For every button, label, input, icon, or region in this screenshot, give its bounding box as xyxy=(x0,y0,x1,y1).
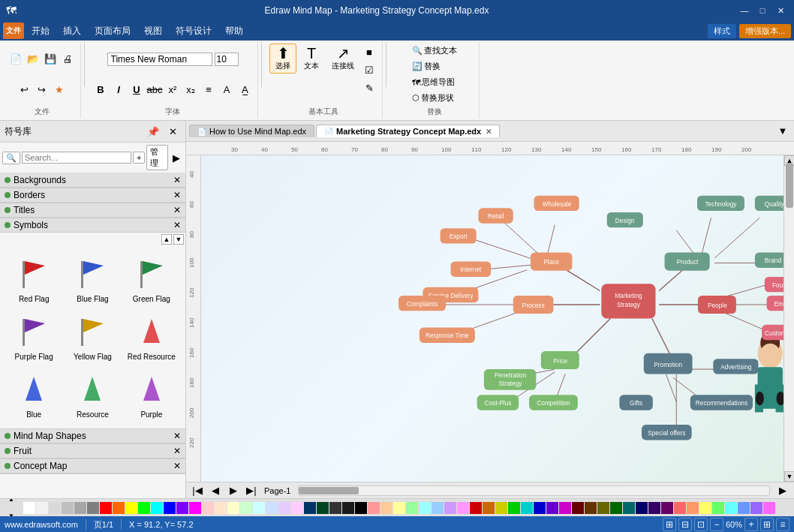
panel-add-btn[interactable]: + xyxy=(133,152,145,164)
palette-color[interactable] xyxy=(712,502,724,514)
open-button[interactable]: 📂 xyxy=(25,51,41,68)
close-button[interactable]: ✕ xyxy=(773,3,788,18)
print-button[interactable]: 🖨 xyxy=(59,51,76,68)
undo-right[interactable]: ↪ xyxy=(34,82,50,98)
font-name-input[interactable] xyxy=(107,53,212,66)
palette-color[interactable] xyxy=(202,502,214,514)
palette-color[interactable] xyxy=(534,502,546,514)
mind-map-shapes-header[interactable]: Mind Map Shapes ✕ xyxy=(0,429,185,443)
file-menu-btn[interactable]: 文件 xyxy=(3,23,24,39)
scroll-up-btn[interactable]: ▲ xyxy=(161,234,172,245)
palette-color[interactable] xyxy=(266,502,278,514)
text-tool-button[interactable]: T 文本 xyxy=(298,44,325,74)
page-next-btn[interactable]: ▶ xyxy=(225,482,242,499)
palette-color[interactable] xyxy=(406,502,418,514)
shape-btn2[interactable]: ☑ xyxy=(361,62,377,78)
palette-scroll-up[interactable]: ▲ xyxy=(3,498,20,508)
palette-color[interactable] xyxy=(393,502,405,514)
enhance-button[interactable]: 增强版本... xyxy=(739,24,791,38)
palette-color[interactable] xyxy=(355,502,367,514)
palette-color[interactable] xyxy=(661,502,673,514)
palette-color[interactable] xyxy=(546,502,558,514)
underline-button[interactable]: U xyxy=(128,82,145,98)
find-text-button[interactable]: 🔍 查找文本 xyxy=(408,44,461,58)
palette-color[interactable] xyxy=(36,502,48,514)
panel-item-purple-shape[interactable]: Purple xyxy=(124,368,179,422)
palette-color[interactable] xyxy=(215,502,227,514)
palette-color[interactable] xyxy=(253,502,265,514)
palette-color[interactable] xyxy=(138,502,150,514)
hscroll-right-btn[interactable]: ▶ xyxy=(774,482,791,499)
tab-marketing[interactable]: 📄 Marketing Strategy Concept Map.edx ✕ xyxy=(316,125,500,137)
menu-start[interactable]: 开始 xyxy=(26,23,56,39)
zoom-in-btn[interactable]: + xyxy=(744,518,758,531)
menu-help[interactable]: 帮助 xyxy=(219,23,249,39)
view-grid-btn[interactable]: ⊞ xyxy=(760,518,774,531)
mind-map-button[interactable]: 🗺 思维导图 xyxy=(408,75,459,89)
palette-color[interactable] xyxy=(483,502,495,514)
line-spacing-button[interactable]: ≡ xyxy=(200,82,217,98)
new-button[interactable]: 📄 xyxy=(8,51,24,68)
palette-color[interactable] xyxy=(457,502,469,514)
palette-color[interactable] xyxy=(521,502,533,514)
palette-color[interactable] xyxy=(342,502,354,514)
palette-color[interactable] xyxy=(49,502,61,514)
minimize-button[interactable]: — xyxy=(737,3,752,18)
save-button[interactable]: 💾 xyxy=(42,51,59,68)
palette-color[interactable] xyxy=(648,502,660,514)
palette-color[interactable] xyxy=(240,502,252,514)
palette-color[interactable] xyxy=(610,502,622,514)
panel-item-green-flag[interactable]: Green Flag xyxy=(124,252,179,307)
panel-pin-btn[interactable]: 📌 xyxy=(145,123,161,140)
palette-color[interactable] xyxy=(317,502,329,514)
palette-color[interactable] xyxy=(189,502,201,514)
palette-color[interactable] xyxy=(380,502,392,514)
palette-color[interactable] xyxy=(750,502,762,514)
palette-color[interactable] xyxy=(329,502,341,514)
palette-color[interactable] xyxy=(291,502,303,514)
palette-color[interactable] xyxy=(164,502,176,514)
palette-color[interactable] xyxy=(113,502,125,514)
zoom-out-btn[interactable]: − xyxy=(710,518,723,531)
panel-close-btn[interactable]: ✕ xyxy=(164,123,181,140)
palette-color[interactable] xyxy=(432,502,444,514)
panel-item-blue-shape[interactable]: Blue xyxy=(6,368,62,422)
palette-color[interactable] xyxy=(674,502,686,514)
palette-color[interactable] xyxy=(23,502,35,514)
palette-scroll-down[interactable]: ▼ xyxy=(3,508,20,517)
menu-page-layout[interactable]: 页面布局 xyxy=(89,23,137,39)
concept-map-header[interactable]: Concept Map ✕ xyxy=(0,459,185,473)
panel-item-yellow-flag[interactable]: Yellow Flag xyxy=(65,310,120,365)
shape-btn3[interactable]: ✎ xyxy=(361,80,377,96)
palette-color[interactable] xyxy=(419,502,431,514)
palette-color[interactable] xyxy=(738,502,750,514)
palette-color[interactable] xyxy=(227,502,239,514)
page-prev-btn[interactable]: ◀ xyxy=(207,482,224,499)
palette-color[interactable] xyxy=(572,502,584,514)
menu-symbol-design[interactable]: 符号设计 xyxy=(170,23,218,39)
palette-color[interactable] xyxy=(87,502,99,514)
palette-color[interactable] xyxy=(585,502,597,514)
palette-color[interactable] xyxy=(470,502,482,514)
palette-color[interactable] xyxy=(368,502,380,514)
vscroll-thumb[interactable] xyxy=(786,163,793,208)
palette-color[interactable] xyxy=(278,502,290,514)
tab-how-to[interactable]: 📄 How to Use Mind Map.edx xyxy=(189,125,314,137)
panel-item-red-flag[interactable]: Red Flag xyxy=(6,252,62,307)
panel-nav-btn[interactable]: ▶ xyxy=(170,149,183,166)
palette-color[interactable] xyxy=(636,502,648,514)
page-last-btn[interactable]: ▶| xyxy=(243,482,260,499)
menu-view[interactable]: 视图 xyxy=(138,23,168,39)
backgrounds-header[interactable]: Backgrounds ✕ xyxy=(0,173,185,188)
palette-color[interactable] xyxy=(597,502,609,514)
replace-button[interactable]: 🔄 替换 xyxy=(408,59,444,74)
palette-color[interactable] xyxy=(100,502,112,514)
panel-item-resource-shape[interactable]: Resource xyxy=(65,368,120,422)
palette-color[interactable] xyxy=(508,502,520,514)
hscroll-thumb[interactable] xyxy=(299,487,359,494)
panel-search-btn[interactable]: 🔍 xyxy=(2,152,20,164)
select-tool-button[interactable]: ⬆ 选择 xyxy=(269,44,296,74)
connect-tool-button[interactable]: ↗ 连接线 xyxy=(326,44,359,74)
font-size-input[interactable] xyxy=(215,53,239,66)
star-btn[interactable]: ★ xyxy=(51,82,68,98)
